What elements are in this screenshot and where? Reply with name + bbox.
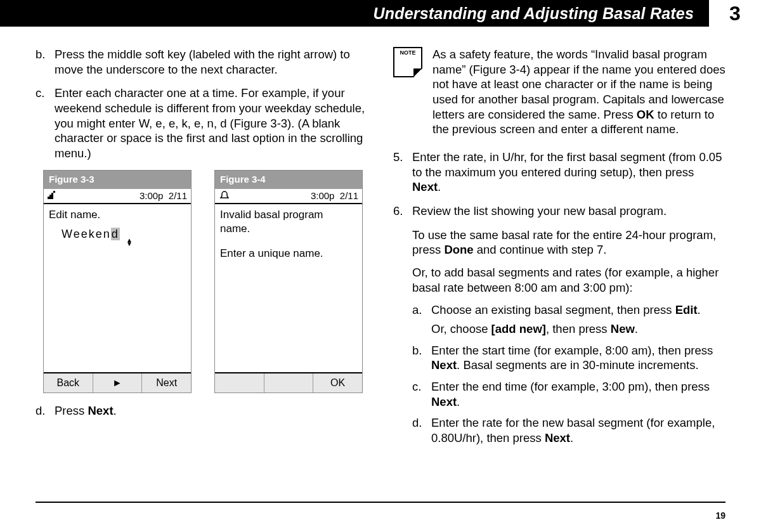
substep-a: a. Choose an existing basal segment, the…	[393, 302, 725, 336]
device-screen: 3:00p 2/11 Invalid basal program name. E…	[215, 189, 362, 393]
step-text: Press the middle soft key (labeled with …	[55, 47, 368, 77]
svg-rect-3	[53, 191, 55, 193]
page-header: Understanding and Adjusting Basal Rates …	[0, 0, 761, 27]
softkey-bar: OK	[215, 372, 362, 393]
status-date: 2/11	[340, 190, 358, 202]
softkey-next[interactable]: Next	[141, 373, 191, 393]
page-number: 19	[715, 510, 725, 521]
status-date: 2/11	[169, 190, 187, 202]
substep-c: c. Enter the end time (for example, 3:00…	[393, 379, 725, 409]
step-marker: d.	[36, 403, 55, 418]
screen-message-2: Enter a unique name.	[220, 247, 357, 261]
step-marker: c.	[36, 86, 55, 160]
figure-row: Figure 3-3 3:00p 2/11 Edit name. Weekend…	[43, 170, 368, 393]
step-text: Enter the rate, in U/hr, for the first b…	[412, 150, 725, 195]
device-statusbar: 3:00p 2/11	[215, 189, 362, 204]
step-text: Enter the start time (for example, 8:00 …	[431, 343, 725, 373]
softkey-empty	[215, 373, 264, 393]
step-marker: c.	[412, 379, 431, 409]
device-statusbar: 3:00p 2/11	[44, 189, 191, 204]
paragraph: Or, to add basal segments and rates (for…	[393, 265, 725, 295]
step-marker: b.	[412, 343, 431, 373]
entry-prefix: Weeken	[62, 228, 111, 240]
chapter-number: 3	[709, 0, 761, 27]
status-time: 3:00p	[311, 190, 335, 202]
step-6: 6. Review the list showing your new basa…	[393, 204, 725, 219]
device-screen-body: Invalid basal program name. Enter a uniq…	[215, 204, 362, 372]
step-text: Enter the rate for the new basal segment…	[431, 415, 725, 445]
softkey-empty	[264, 373, 313, 393]
note-icon: NOTE	[393, 47, 422, 77]
substep-b: b. Enter the start time (for example, 8:…	[393, 343, 725, 373]
entry-cursor-char: d	[111, 228, 120, 240]
bell-icon	[219, 190, 230, 200]
step-marker: 6.	[393, 204, 412, 219]
left-column: b. Press the middle soft key (labeled wi…	[36, 47, 368, 452]
scroll-arrows-icon: ▲▼	[126, 238, 134, 246]
step-marker: b.	[36, 47, 55, 77]
figure-caption: Figure 3-4	[215, 171, 362, 189]
footer-rule	[36, 502, 725, 503]
figure-caption: Figure 3-3	[44, 171, 191, 189]
note-text: As a safety feature, the words “Invalid …	[433, 47, 725, 137]
figure-3-3: Figure 3-3 3:00p 2/11 Edit name. Weekend…	[43, 170, 192, 393]
step-marker: a.	[412, 302, 431, 336]
status-time: 3:00p	[140, 190, 164, 202]
step-c: c. Enter each character one at a time. F…	[36, 86, 368, 160]
step-5: 5. Enter the rate, in U/hr, for the firs…	[393, 150, 725, 195]
figure-3-4: Figure 3-4 3:00p 2/11 Invalid basal prog…	[214, 170, 363, 393]
note-callout: NOTE As a safety feature, the words “Inv…	[393, 47, 725, 137]
step-text: Enter the end time (for example, 3:00 pm…	[431, 379, 725, 409]
step-text: Choose an existing basal segment, then p…	[431, 302, 725, 336]
softkey-ok[interactable]: OK	[313, 373, 362, 393]
status-icon	[48, 190, 59, 200]
softkey-arrow[interactable]: ►	[93, 373, 142, 393]
screen-prompt: Edit name.	[49, 208, 186, 222]
svg-rect-1	[49, 195, 51, 199]
svg-rect-2	[51, 193, 53, 199]
step-text: Press Next.	[55, 403, 368, 418]
device-screen: 3:00p 2/11 Edit name. Weekend ▲▼ Back ►	[44, 189, 191, 393]
softkey-back[interactable]: Back	[44, 373, 93, 393]
screen-message-1: Invalid basal program name.	[220, 208, 341, 236]
softkey-bar: Back ► Next	[44, 372, 191, 393]
paragraph: To use the same basal rate for the entir…	[393, 228, 725, 257]
step-text: Review the list showing your new basal p…	[412, 204, 725, 219]
svg-rect-0	[48, 197, 49, 199]
chapter-title: Understanding and Adjusting Basal Rates	[0, 0, 709, 27]
step-b: b. Press the middle soft key (labeled wi…	[36, 47, 368, 77]
name-entry[interactable]: Weekend ▲▼	[62, 227, 186, 242]
page-content: b. Press the middle soft key (labeled wi…	[0, 27, 761, 452]
substep-d: d. Enter the rate for the new basal segm…	[393, 415, 725, 445]
step-marker: d.	[412, 415, 431, 445]
step-text: Enter each character one at a time. For …	[55, 86, 368, 160]
right-column: NOTE As a safety feature, the words “Inv…	[393, 47, 725, 452]
device-screen-body: Edit name. Weekend ▲▼	[44, 204, 191, 372]
step-d: d. Press Next.	[36, 403, 368, 418]
step-marker: 5.	[393, 150, 412, 195]
